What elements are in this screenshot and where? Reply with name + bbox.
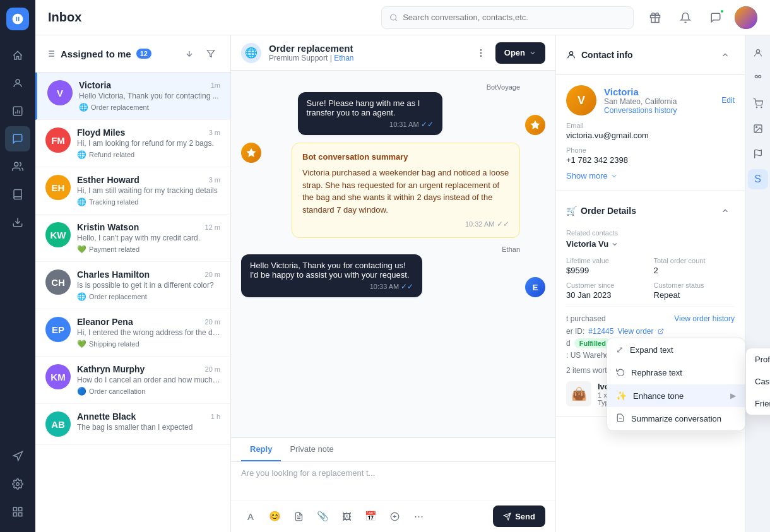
- show-more-button[interactable]: Show more: [566, 171, 618, 180]
- conv-avatar: FM: [45, 127, 71, 153]
- conv-message: Hi, I am looking for refund for my 2 bag…: [77, 139, 220, 148]
- rephrase-icon: [616, 367, 625, 378]
- conv-list-item[interactable]: FM Floyd Miles 3 m Hi, I am looking for …: [35, 120, 230, 167]
- attachment-button[interactable]: 📎: [313, 507, 332, 526]
- nav-item-apps[interactable]: [5, 499, 30, 524]
- conv-time: 1m: [211, 81, 220, 89]
- nav-item-people[interactable]: [5, 154, 30, 179]
- conversations-history-link[interactable]: Conversations history: [604, 106, 677, 115]
- mini-icon-contact[interactable]: [748, 43, 768, 63]
- conv-list-item[interactable]: AB Annette Black 1 h The bag is smaller …: [35, 404, 230, 445]
- more-options-button[interactable]: [471, 44, 490, 62]
- conv-tag: 💚Payment related: [77, 245, 220, 254]
- view-order-link[interactable]: View order: [617, 327, 653, 336]
- emoji-button[interactable]: 😊: [265, 507, 284, 526]
- sub-professional[interactable]: Professional: [746, 348, 770, 370]
- conv-list-item[interactable]: KW Kristin Watson 12 m Hello, I can't pa…: [35, 215, 230, 262]
- nav-item-campaigns[interactable]: [5, 444, 30, 469]
- nav-item-download[interactable]: [5, 210, 30, 235]
- svg-rect-8: [19, 513, 22, 516]
- filter-icon: [45, 49, 56, 59]
- mini-icon-add-contact[interactable]: [748, 68, 768, 88]
- article-button[interactable]: [289, 507, 308, 526]
- summary-text: Victoria purchased a weekender bag and n…: [302, 167, 509, 216]
- sort-button[interactable]: [180, 44, 199, 63]
- conv-list-item[interactable]: KM Kathryn Murphy 20 m How do I cancel a…: [35, 357, 230, 404]
- app-logo[interactable]: [6, 8, 29, 30]
- conv-message: Hi, I am still waiting for my tracking d…: [77, 186, 220, 195]
- view-order-history-link[interactable]: View order history: [674, 314, 735, 323]
- chat-subtitle: Premium Support | Ethan: [269, 54, 464, 62]
- chat-title: Order replacement: [269, 43, 464, 54]
- sub-casual[interactable]: Casual: [746, 370, 770, 393]
- sub-friendly[interactable]: Friendly: [746, 393, 770, 415]
- nav-item-reports[interactable]: [5, 98, 30, 124]
- more-tools-button[interactable]: ⋯: [409, 507, 428, 526]
- order-id-link[interactable]: #12445: [588, 327, 613, 336]
- svg-line-33: [660, 329, 663, 332]
- collapse-order-button[interactable]: [716, 201, 735, 220]
- collapse-contact-button[interactable]: [716, 45, 735, 64]
- search-bar[interactable]: [381, 6, 634, 29]
- open-button[interactable]: Open: [495, 42, 545, 64]
- conv-list-item[interactable]: V Victoria 1m Hello Victoria, Thank you …: [35, 73, 230, 120]
- agent-link[interactable]: Ethan: [334, 54, 353, 62]
- chat-header-actions: Open: [471, 42, 545, 64]
- context-summarize[interactable]: Summarize conversation: [607, 407, 745, 430]
- chat-title-col: Order replacement Premium Support | Etha…: [269, 43, 464, 62]
- order-count-field: Total order count 2: [654, 257, 735, 275]
- calendar-button[interactable]: 📅: [361, 507, 380, 526]
- image-button[interactable]: 🖼: [337, 507, 356, 526]
- conv-name: Victoria: [79, 80, 111, 90]
- customer-dropdown[interactable]: Victoria Vu: [566, 239, 619, 249]
- conv-list-item[interactable]: EP Eleanor Pena 20 m Hi, I entered the w…: [35, 309, 230, 357]
- tag-text: Order replacement: [91, 103, 149, 111]
- nav-item-settings[interactable]: [5, 471, 30, 497]
- edit-contact-link[interactable]: Edit: [721, 96, 735, 105]
- conv-list-item[interactable]: CH Charles Hamilton 20 m Is is possible …: [35, 262, 230, 309]
- svg-rect-6: [19, 507, 22, 511]
- send-button[interactable]: Send: [493, 505, 545, 527]
- mini-icon-flag[interactable]: [748, 144, 768, 164]
- nav-item-home[interactable]: [5, 43, 30, 68]
- user-avatar[interactable]: [735, 6, 757, 29]
- tab-private-note[interactable]: Private note: [281, 438, 342, 461]
- summary-time: 10:32 AM ✓✓: [302, 220, 509, 228]
- messages-area: BotVoyage Sure! Please hang with me as I…: [231, 71, 555, 437]
- email-value: victoria.vu@gmail.com: [566, 131, 735, 140]
- mini-icon-tag[interactable]: S: [748, 169, 768, 189]
- contact-details: Victoria San Mateo, California Conversat…: [604, 86, 677, 115]
- text-format-button[interactable]: A: [241, 507, 260, 526]
- conversation-list: Assigned to me 12: [35, 35, 231, 532]
- sender-name-2: Ethan: [241, 245, 520, 253]
- chat-icon-button[interactable]: [704, 6, 727, 29]
- nav-item-contacts[interactable]: [5, 71, 30, 96]
- mini-icon-cart[interactable]: [748, 93, 768, 114]
- mini-icon-photo[interactable]: [748, 119, 768, 139]
- svg-point-35: [756, 107, 757, 107]
- page-title: Inbox: [48, 10, 81, 25]
- conv-tag: 🌐Refund related: [77, 150, 220, 159]
- conv-message: The bag is smaller than I expected: [77, 423, 220, 432]
- ai-button[interactable]: [385, 507, 404, 526]
- context-rephrase[interactable]: Rephrase text: [607, 361, 745, 384]
- lifetime-value-field: Lifetime value $9599: [566, 257, 648, 275]
- context-expand[interactable]: ⤢ Expand text: [607, 338, 745, 361]
- gift-icon-button[interactable]: [644, 6, 666, 29]
- nav-item-inbox[interactable]: [5, 126, 30, 151]
- svg-rect-7: [13, 513, 16, 516]
- message-bubble-2: Hello Victoria, Thank you for contacting…: [241, 254, 422, 297]
- svg-point-9: [391, 15, 396, 20]
- bot-avatar: [525, 115, 545, 135]
- compose-input[interactable]: Are you looking for a replacement t...: [231, 462, 555, 500]
- filter-button[interactable]: [201, 44, 220, 63]
- svg-rect-5: [13, 507, 16, 511]
- context-enhance[interactable]: ✨ Enhance tone ▶: [607, 384, 745, 407]
- search-input[interactable]: [403, 13, 625, 22]
- notification-icon-button[interactable]: [674, 6, 697, 29]
- svg-point-34: [756, 50, 759, 53]
- tab-reply[interactable]: Reply: [241, 438, 281, 461]
- professional-label: Professional: [755, 355, 770, 364]
- nav-item-book[interactable]: [5, 182, 30, 207]
- conv-list-item[interactable]: EH Esther Howard 3 m Hi, I am still wait…: [35, 167, 230, 215]
